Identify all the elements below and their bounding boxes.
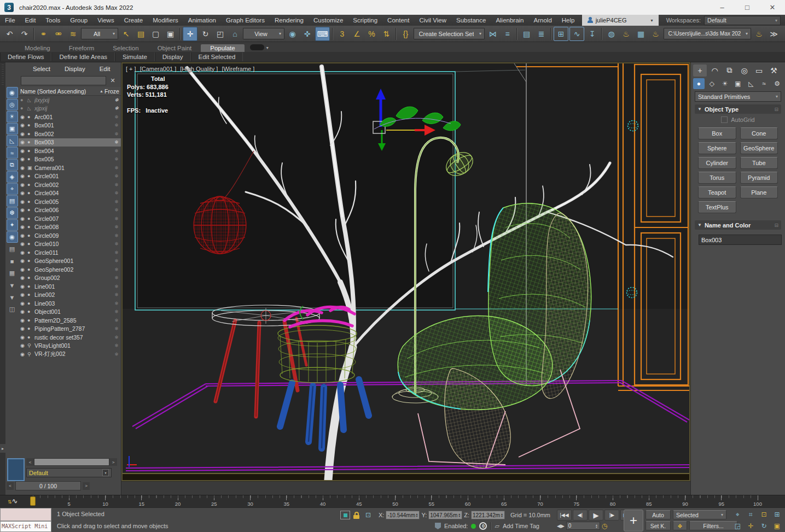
visibility-eye-icon[interactable]: ◉ <box>20 156 27 162</box>
viewport-label-part[interactable]: [Wireframe ] <box>222 66 254 72</box>
name-column-header[interactable]: Name (Sorted Ascending) <box>20 88 98 95</box>
rail-display-bones-icon[interactable]: ⌖ <box>7 183 18 195</box>
toggle-scene-explorer-icon[interactable]: ▤ <box>520 27 533 40</box>
visibility-eye-icon[interactable]: ◉ <box>20 343 27 348</box>
rail-display-containers-icon[interactable]: ▤ <box>7 195 18 207</box>
timeline-segment[interactable]: 60 <box>432 495 468 507</box>
object-type-button[interactable]: Sphere <box>698 142 736 154</box>
frozen-snowflake-icon[interactable]: ❄ <box>112 301 121 306</box>
space-warps-category-icon[interactable]: ≈ <box>758 78 770 89</box>
cameras-category-icon[interactable]: ▣ <box>732 78 744 89</box>
visibility-eye-icon[interactable]: ◉ <box>20 309 27 314</box>
frozen-snowflake-icon[interactable]: ❄ <box>112 190 121 196</box>
ribbon-tool-button[interactable]: Edit Selected <box>191 52 243 61</box>
orbit-icon[interactable]: ↻ <box>758 521 770 531</box>
viewport-label-part[interactable]: [Camera001 ] <box>140 66 177 72</box>
maxscript-mini-listener[interactable]: MAXScript Mini <box>0 521 51 532</box>
menu-item[interactable]: Create <box>119 15 148 26</box>
viewport-label-part[interactable]: [High Quality ] <box>180 66 218 72</box>
key-mode-toggle-icon[interactable]: ◀▶ <box>557 523 565 529</box>
list-item[interactable]: ◉ ● Arc001 ❄ <box>19 113 121 121</box>
create-tab-icon[interactable]: + <box>693 65 707 77</box>
maximize-button[interactable]: □ <box>735 0 760 15</box>
list-item[interactable]: ◉ ● Group002 ❄ <box>19 274 121 283</box>
select-and-rotate-icon[interactable]: ↻ <box>199 27 212 40</box>
frozen-snowflake-icon[interactable]: ❄ <box>112 114 121 120</box>
list-item[interactable]: ◉ ● Box004 ❄ <box>19 147 121 155</box>
frozen-snowflake-icon[interactable]: ❄ <box>112 343 121 348</box>
object-type-button[interactable]: Cylinder <box>698 157 736 169</box>
menu-item[interactable]: Arnold <box>529 15 557 26</box>
user-account-menu[interactable]: julieP4CEG ▾ <box>582 15 659 26</box>
list-item[interactable]: ◉ ● PipingPattern_2787 ❄ <box>19 325 121 334</box>
timeline-segment[interactable]: 10 <box>69 495 105 507</box>
add-time-tag[interactable]: Add Time Tag <box>503 523 539 529</box>
timeline-segment[interactable]: 65 <box>468 495 504 507</box>
clear-search-icon[interactable]: ✕ <box>109 77 117 84</box>
spinner-icon[interactable]: ▲▼ <box>458 513 461 517</box>
ribbon-tool-button[interactable]: Display <box>155 52 191 61</box>
set-keys-button[interactable]: + <box>624 510 643 531</box>
frozen-snowflake-icon[interactable]: ❄ <box>112 131 121 137</box>
layer-list-button[interactable]: ▾ <box>102 469 109 476</box>
camera-viewport[interactable]: [ + ][Camera001 ][High Quality ][Wirefra… <box>121 62 690 481</box>
rail-display-groups-icon[interactable]: ⧉ <box>7 159 18 171</box>
frozen-snowflake-icon[interactable]: ❄ <box>112 318 121 323</box>
visibility-eye-icon[interactable]: ◉ <box>20 216 27 221</box>
viewport-label[interactable]: [ + ][Camera001 ][High Quality ][Wirefra… <box>126 66 254 72</box>
timeline-segment[interactable]: 55 <box>396 495 432 507</box>
select-and-place-icon[interactable]: ⌂ <box>228 27 242 40</box>
material-editor-icon[interactable]: ◍ <box>604 27 618 40</box>
visibility-eye-icon[interactable]: ◉ <box>20 258 27 264</box>
object-type-button[interactable]: Plane <box>740 186 778 198</box>
menu-item[interactable]: Group <box>65 15 92 26</box>
list-item[interactable]: ◉ ● Object001 ❄ <box>19 308 121 317</box>
frozen-snowflake-icon[interactable]: ❄ <box>112 148 121 154</box>
visibility-eye-icon[interactable]: ◉ <box>20 207 27 213</box>
menu-item[interactable]: Modifiers <box>148 15 183 26</box>
frozen-snowflake-icon[interactable]: ❄ <box>112 106 121 111</box>
snaps-toggle-3d-icon[interactable]: 3 <box>335 27 349 40</box>
unlink-selection-icon[interactable]: ⚮ <box>51 27 65 40</box>
list-item[interactable]: ◉ ● Line003 ❄ <box>19 299 121 308</box>
list-item[interactable]: ◉ ● Circle007 ❄ <box>19 214 121 223</box>
select-and-manipulate-icon[interactable]: ✜ <box>300 27 314 40</box>
menu-item[interactable]: Rendering <box>270 15 309 26</box>
frozen-snowflake-icon[interactable]: ❄ <box>112 199 121 204</box>
frozen-snowflake-icon[interactable]: ❄ <box>112 241 121 247</box>
visibility-eye-icon[interactable]: ◉ <box>20 148 27 154</box>
timeline-segment[interactable]: 75 <box>540 495 577 507</box>
render-production-icon[interactable]: ♨ <box>649 27 662 40</box>
minimize-button[interactable]: – <box>710 0 735 15</box>
rail-display-hidden-icon[interactable]: ◉ <box>7 231 18 243</box>
timeline-segment[interactable]: 40 <box>287 495 323 507</box>
visibility-eye-icon[interactable]: ◉ <box>20 114 27 120</box>
timeline-segment[interactable]: 20 <box>142 495 178 507</box>
open-mini-curve-editor-icon[interactable]: ⇅∿ <box>8 497 18 505</box>
spinner-icon[interactable]: ▲▼ <box>595 524 598 528</box>
visibility-eye-icon[interactable]: ◉ <box>20 275 27 280</box>
frozen-snowflake-icon[interactable]: ❄ <box>112 352 121 357</box>
object-type-rollout-header[interactable]: ▼ Object Type ⊟ <box>695 104 781 114</box>
explorer-menu-item[interactable]: Edit <box>100 66 111 72</box>
helpers-category-icon[interactable]: ◺ <box>745 78 757 89</box>
toggle-layer-explorer-icon[interactable]: ≣ <box>534 27 548 40</box>
key-filters-icon[interactable]: ❖ <box>673 521 687 530</box>
redo-icon[interactable]: ↷ <box>18 27 31 40</box>
keyboard-shortcut-override-icon[interactable]: ⌨ <box>315 27 330 41</box>
dope-sheet-icon[interactable]: ↧ <box>585 27 599 40</box>
list-item[interactable]: ◉ ⚲ VR-灯光002 ❄ <box>19 350 121 359</box>
rail-display-cameras-icon[interactable]: ▣ <box>7 123 18 135</box>
menu-item[interactable]: Animation <box>183 15 221 26</box>
frozen-snowflake-icon[interactable]: ❄ <box>112 139 121 145</box>
rail-display-spacewarps-icon[interactable]: ≈ <box>7 147 18 159</box>
lights-category-icon[interactable]: ☀ <box>719 78 731 89</box>
display-tab-icon[interactable]: ▭ <box>752 65 766 77</box>
select-by-name-icon[interactable]: ▤ <box>134 27 148 40</box>
zoom-extents-all-icon[interactable]: ⊞ <box>771 510 783 519</box>
rail-display-lights-icon[interactable]: ☀ <box>7 111 18 122</box>
timeline-segment[interactable]: 25 <box>178 495 214 507</box>
select-object-icon[interactable]: ↖ <box>119 27 133 40</box>
list-item[interactable]: ◉ ● Circle005 ❄ <box>19 197 121 206</box>
frame-indicator[interactable]: 0 / 100 <box>15 481 81 490</box>
